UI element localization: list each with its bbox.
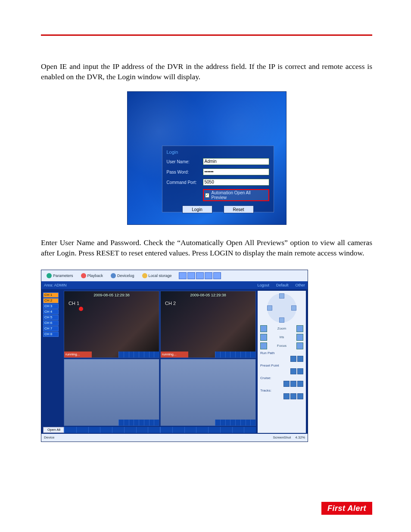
- zoom-label: Zoom: [277, 327, 286, 330]
- local-icon: [142, 273, 147, 278]
- address-row: Area: ADMIN Logout Default Other: [41, 281, 308, 289]
- sidebar-ch1[interactable]: CH 1: [43, 292, 59, 298]
- run-path-btn2[interactable]: [297, 356, 303, 362]
- run-path-btn1[interactable]: [290, 356, 296, 362]
- tracks-btn3[interactable]: [297, 393, 303, 399]
- top-toolbar: Parameters Playback Devicelog Local stor…: [41, 270, 308, 281]
- checkbox-icon[interactable]: ✓: [205, 193, 210, 198]
- layout-9-icon[interactable]: [196, 272, 204, 279]
- ch1-toolbar[interactable]: [118, 352, 159, 358]
- ptz-direction-wheel[interactable]: [267, 293, 296, 323]
- ptz-down-icon[interactable]: [279, 317, 284, 323]
- tab-playback[interactable]: Playback: [78, 272, 106, 280]
- sidebar-ch7[interactable]: CH 7: [43, 326, 59, 331]
- auto-open-label: Automation Open All Preview: [211, 190, 267, 200]
- preset-btn2[interactable]: [297, 368, 303, 374]
- status-screenshot[interactable]: ScreenShot: [273, 436, 291, 439]
- red-horizontal-rule: [41, 34, 372, 36]
- focus-label: Focus: [277, 344, 286, 348]
- preset-label: Preset Point: [260, 364, 303, 367]
- tracks-label: Tracks:: [260, 389, 303, 392]
- tab-parameters-label: Parameters: [53, 274, 73, 278]
- idle2-toolbar[interactable]: [215, 420, 255, 426]
- video-cell-ch1[interactable]: 2009-08-05 12:29:38 CH 1 running...: [64, 291, 159, 358]
- cruise-btn3[interactable]: [297, 381, 303, 387]
- tab-playback-label: Playback: [87, 274, 103, 278]
- video-cell-idle-2[interactable]: [160, 359, 256, 426]
- status-bar: Device ScreenShot 4.32%: [41, 434, 308, 442]
- ptz-right-icon[interactable]: [291, 305, 296, 311]
- tab-parameters[interactable]: Parameters: [44, 272, 76, 280]
- command-port-input[interactable]: 5050: [203, 179, 269, 186]
- iris-close-icon[interactable]: [260, 334, 267, 341]
- tab-local-storage[interactable]: Local storage: [140, 272, 174, 280]
- area-label: Area: ADMIN: [44, 283, 67, 287]
- logout-link[interactable]: Logout: [257, 283, 269, 287]
- auto-open-all-preview-option[interactable]: ✓ Automation Open All Preview: [203, 189, 269, 201]
- ch1-timestamp: 2009-08-05 12:29:38: [93, 293, 130, 297]
- username-input[interactable]: Admin: [203, 158, 269, 165]
- preset-btn1[interactable]: [290, 368, 296, 374]
- idle1-toolbar[interactable]: [118, 420, 159, 426]
- ch2-status: running...: [161, 352, 188, 358]
- ch2-label: CH 2: [165, 301, 176, 306]
- sidebar-ch4[interactable]: CH 4: [43, 309, 59, 314]
- tracks-btn1[interactable]: [283, 393, 290, 399]
- record-icon: [79, 307, 83, 311]
- cruise-btn1[interactable]: [283, 381, 290, 387]
- remote-access-screenshot: Parameters Playback Devicelog Local stor…: [41, 270, 308, 442]
- channel-sidebar: CH 1 CH 2 CH 3 CH 4 CH 5 CH 6 CH 7 CH 8: [43, 292, 62, 337]
- iris-open-icon[interactable]: [296, 334, 303, 341]
- zoom-in-icon[interactable]: [296, 325, 303, 332]
- run-path-label: Run Path: [260, 351, 303, 355]
- cruise-btn2[interactable]: [290, 381, 296, 387]
- focus-near-icon[interactable]: [260, 342, 267, 349]
- tab-devicelog[interactable]: Devicelog: [108, 272, 137, 280]
- playback-icon: [81, 273, 86, 278]
- password-input[interactable]: ••••••: [203, 168, 269, 175]
- ch1-label: CH 1: [68, 301, 79, 306]
- ch1-status: running...: [64, 352, 92, 358]
- ptz-panel: Zoom Iris Focus Run Path Preset Point Cr…: [258, 291, 306, 433]
- ch2-timestamp: 2009-08-05 12:29:38: [190, 293, 226, 297]
- sidebar-ch6[interactable]: CH 6: [43, 320, 59, 326]
- iris-label: Iris: [280, 335, 284, 339]
- layout-4-icon[interactable]: [187, 272, 195, 279]
- zoom-out-icon[interactable]: [260, 325, 267, 332]
- command-port-label: Command Port:: [167, 180, 200, 185]
- paragraph-2: Enter User Name and Password. Check the …: [41, 238, 372, 258]
- grid-lower-toolbar: [64, 427, 256, 433]
- ptz-up-icon[interactable]: [279, 293, 284, 299]
- video-grid: 2009-08-05 12:29:38 CH 1 running... 2009…: [64, 291, 256, 426]
- open-all-button[interactable]: Open All: [43, 427, 65, 433]
- ptz-left-icon[interactable]: [267, 305, 272, 311]
- default-link[interactable]: Default: [276, 283, 289, 287]
- login-title: Login: [167, 149, 269, 155]
- video-cell-idle-1[interactable]: [64, 359, 159, 426]
- password-label: Pass Word:: [167, 170, 200, 174]
- layout-list-icon[interactable]: [213, 272, 221, 279]
- params-icon: [47, 273, 52, 278]
- tab-local-label: Local storage: [149, 274, 172, 278]
- layout-icons: [179, 272, 221, 279]
- username-label: User Name:: [167, 159, 200, 164]
- video-cell-ch2[interactable]: 2009-08-05 12:29:38 CH 2 running...: [160, 291, 256, 358]
- sidebar-ch3[interactable]: CH 3: [43, 304, 59, 309]
- tab-devicelog-label: Devicelog: [117, 274, 134, 278]
- ch2-toolbar[interactable]: [215, 352, 255, 358]
- cruise-label: Cruise:: [260, 376, 303, 380]
- other-link[interactable]: Other: [295, 283, 305, 287]
- tracks-btn2[interactable]: [290, 393, 296, 399]
- reset-button[interactable]: Reset: [224, 205, 254, 213]
- paragraph-1: Open IE and input the IP address of the …: [41, 62, 372, 82]
- login-button[interactable]: Login: [182, 205, 212, 213]
- login-screenshot: Login User Name: Admin Pass Word: ••••••…: [127, 91, 286, 225]
- devicelog-icon: [111, 273, 116, 278]
- sidebar-ch5[interactable]: CH 5: [43, 315, 59, 320]
- layout-1-icon[interactable]: [179, 272, 187, 279]
- layout-16-icon[interactable]: [205, 272, 212, 279]
- status-percent: 4.32%: [295, 436, 305, 439]
- sidebar-ch8[interactable]: CH 8: [43, 332, 59, 337]
- sidebar-ch2[interactable]: CH 2: [43, 298, 59, 303]
- focus-far-icon[interactable]: [296, 342, 303, 349]
